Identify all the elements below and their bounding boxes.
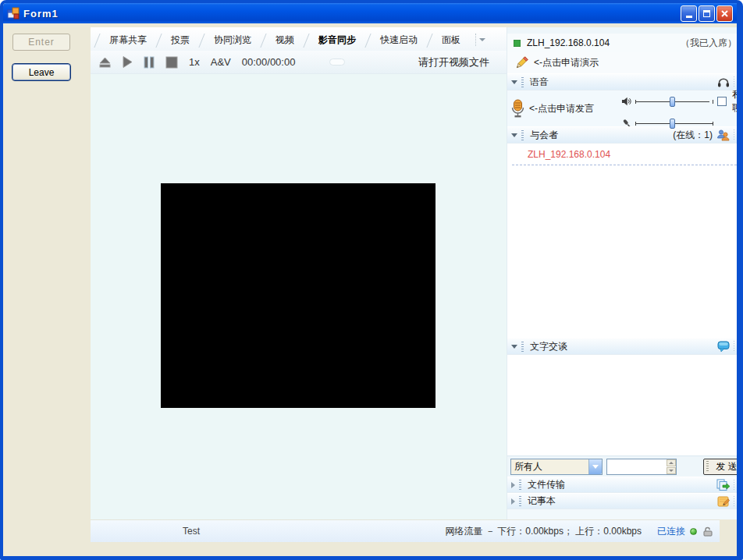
expand-triangle-icon[interactable] [511, 482, 515, 488]
network-traffic-text: 网络流量 － 下行：0.00kbps； 上行：0.00kbps [446, 525, 642, 538]
slider-thumb[interactable] [670, 97, 675, 107]
mic-icon [510, 99, 525, 118]
seek-slider[interactable] [329, 58, 345, 66]
maximize-icon [703, 10, 710, 17]
tab-screen-share[interactable]: 屏幕共享 [98, 30, 158, 49]
participant-separator [512, 165, 743, 165]
stop-icon [165, 56, 178, 69]
voice-section-title: 语音 [530, 76, 549, 89]
participants-title: 与会者 [530, 129, 558, 142]
pause-button[interactable] [144, 56, 155, 69]
lock-icon [702, 526, 713, 537]
play-icon [123, 56, 133, 68]
eject-icon [98, 56, 112, 69]
tab-overflow-button[interactable] [475, 34, 488, 46]
request-speak-button[interactable]: <-点击申请发言 [510, 99, 621, 118]
right-panel: ZLH_192.168.0.104 （我已入席） [507, 27, 743, 519]
notepad-collapse-button[interactable]: — [738, 498, 743, 505]
stop-button[interactable] [165, 56, 178, 69]
participants-collapse-button[interactable]: — [738, 131, 743, 139]
participants-list: ZLH_192.168.0.104 [507, 144, 743, 338]
drag-grip[interactable] [521, 342, 524, 352]
mic-volume-slider[interactable] [635, 119, 713, 129]
collapse-triangle-icon[interactable] [511, 80, 517, 84]
main-content: 屏幕共享 投票 协同浏览 视频 影音同步 快速启动 面板 [91, 27, 720, 542]
online-count: (在线：1) [673, 129, 713, 142]
drag-grip[interactable] [521, 77, 524, 87]
video-canvas-area [91, 74, 507, 519]
local-user-row: ZLH_192.168.0.104 （我已入席） [507, 34, 743, 52]
local-user-name: ZLH_192.168.0.104 [527, 37, 610, 48]
notepad-header: 记事本 — [507, 493, 743, 509]
pencil-icon [514, 56, 529, 70]
request-demo-row[interactable]: <-点击申请演示 [507, 52, 743, 73]
window-title: Form1 [23, 8, 59, 19]
slider-thumb[interactable] [670, 119, 675, 129]
chat-history[interactable] [507, 355, 743, 456]
request-speak-hint: <-点击申请发言 [529, 102, 594, 115]
green-status-dot [690, 528, 697, 535]
leave-button[interactable]: Leave [12, 63, 71, 81]
file-transfer-header: 文件传输 — [507, 477, 743, 493]
enter-button[interactable]: Enter [12, 34, 70, 51]
av-toggle[interactable]: A&V [211, 56, 231, 68]
chevron-down-icon [669, 470, 674, 472]
tab-panel[interactable]: 面板 [430, 30, 472, 49]
tab-vote[interactable]: 投票 [159, 30, 201, 49]
tab-video[interactable]: 视频 [264, 30, 306, 49]
minimize-icon [686, 16, 692, 18]
button-grip [706, 461, 709, 473]
eject-button[interactable] [98, 56, 112, 69]
chevron-down-icon [592, 465, 599, 469]
panel-filler [507, 509, 743, 519]
chat-target-value: 所有人 [511, 460, 588, 473]
play-button[interactable] [123, 56, 133, 68]
app-icon [7, 7, 20, 19]
voice-body: <-点击申请发言 私聊 [507, 90, 743, 126]
video-screen[interactable] [161, 183, 435, 408]
form-background-strip [720, 23, 737, 557]
chevron-down-icon [479, 38, 485, 41]
collapse-triangle-icon[interactable] [511, 345, 517, 349]
close-button[interactable] [716, 5, 733, 22]
participants-section-header: 与会者 (在线：1) — [507, 126, 743, 144]
speed-label[interactable]: 1x [189, 56, 200, 68]
maximize-button[interactable] [699, 5, 715, 22]
tab-cobrowse[interactable]: 协同浏览 [202, 30, 263, 49]
close-icon [720, 9, 729, 18]
chat-section-header: 文字交谈 — [507, 338, 743, 355]
drag-grip[interactable] [521, 130, 524, 140]
minimize-button[interactable] [681, 5, 697, 22]
chevron-up-icon [669, 462, 674, 464]
request-demo-hint: <-点击申请演示 [534, 56, 599, 69]
file-transfer-collapse-button[interactable]: — [738, 481, 743, 489]
voice-collapse-button[interactable]: — [738, 78, 743, 86]
chat-target-select[interactable]: 所有人 [510, 459, 603, 475]
chat-collapse-button[interactable]: — [738, 342, 743, 350]
participant-row[interactable]: ZLH_192.168.0.104 [507, 147, 743, 161]
chat-title: 文字交谈 [530, 340, 567, 353]
spinner-down-button[interactable] [667, 467, 676, 474]
titlebar[interactable]: Form1 [3, 3, 737, 23]
open-video-hint: 请打开视频文件 [418, 55, 489, 69]
file-transfer-title: 文件传输 [528, 478, 565, 491]
drag-grip[interactable] [519, 496, 521, 506]
speaker-volume-slider[interactable] [635, 97, 710, 107]
presence-square-icon [514, 40, 521, 47]
collapse-triangle-icon[interactable] [511, 133, 517, 137]
tab-av-sync[interactable]: 影音同步 [307, 30, 368, 49]
chat-input-row: 所有人 发 送 [507, 456, 743, 477]
status-left-text: Test [183, 526, 200, 537]
spinner-up-button[interactable] [667, 459, 676, 466]
time-display: 00:00/00:00 [242, 56, 296, 68]
expand-triangle-icon[interactable] [511, 498, 515, 505]
speaker-icon [621, 97, 631, 106]
left-sidebar: Enter Leave [3, 23, 91, 557]
media-toolbar: 1x A&V 00:00/00:00 请打开视频文件 [91, 51, 507, 74]
notepad-title: 记事本 [528, 494, 556, 508]
tab-quick-launch[interactable]: 快速启动 [368, 30, 429, 49]
app-window: Form1 Enter Leave 屏幕共享 [0, 0, 743, 560]
status-bar: Test 网络流量 － 下行：0.00kbps； 上行：0.00kbps 已连接 [91, 519, 720, 542]
combo-dropdown-button[interactable] [588, 459, 602, 474]
drag-grip[interactable] [519, 480, 521, 490]
